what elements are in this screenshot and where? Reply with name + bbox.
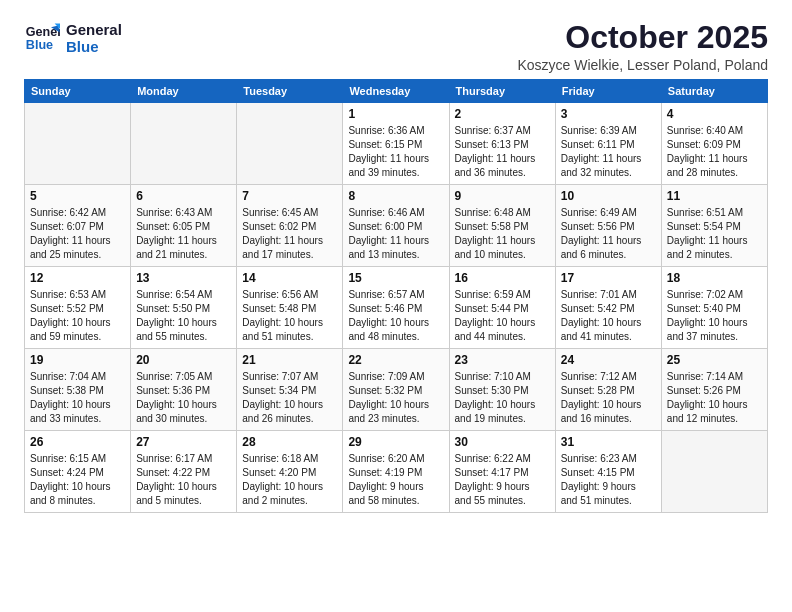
logo-line1: General xyxy=(66,21,122,38)
day-number: 29 xyxy=(348,435,443,449)
day-info: Sunrise: 6:56 AMSunset: 5:48 PMDaylight:… xyxy=(242,288,337,344)
calendar-cell: 4Sunrise: 6:40 AMSunset: 6:09 PMDaylight… xyxy=(661,103,767,185)
day-info: Sunrise: 6:51 AMSunset: 5:54 PMDaylight:… xyxy=(667,206,762,262)
calendar-cell: 29Sunrise: 6:20 AMSunset: 4:19 PMDayligh… xyxy=(343,431,449,513)
day-number: 27 xyxy=(136,435,231,449)
calendar-cell: 14Sunrise: 6:56 AMSunset: 5:48 PMDayligh… xyxy=(237,267,343,349)
weekday-header-sunday: Sunday xyxy=(25,80,131,103)
day-info: Sunrise: 6:36 AMSunset: 6:15 PMDaylight:… xyxy=(348,124,443,180)
week-row-2: 5Sunrise: 6:42 AMSunset: 6:07 PMDaylight… xyxy=(25,185,768,267)
day-number: 9 xyxy=(455,189,550,203)
calendar-cell xyxy=(131,103,237,185)
day-info: Sunrise: 6:46 AMSunset: 6:00 PMDaylight:… xyxy=(348,206,443,262)
calendar-cell: 6Sunrise: 6:43 AMSunset: 6:05 PMDaylight… xyxy=(131,185,237,267)
day-number: 1 xyxy=(348,107,443,121)
day-number: 6 xyxy=(136,189,231,203)
calendar-cell: 7Sunrise: 6:45 AMSunset: 6:02 PMDaylight… xyxy=(237,185,343,267)
week-row-3: 12Sunrise: 6:53 AMSunset: 5:52 PMDayligh… xyxy=(25,267,768,349)
calendar-cell xyxy=(237,103,343,185)
calendar-cell: 13Sunrise: 6:54 AMSunset: 5:50 PMDayligh… xyxy=(131,267,237,349)
calendar-cell: 22Sunrise: 7:09 AMSunset: 5:32 PMDayligh… xyxy=(343,349,449,431)
day-number: 31 xyxy=(561,435,656,449)
day-number: 3 xyxy=(561,107,656,121)
day-info: Sunrise: 7:12 AMSunset: 5:28 PMDaylight:… xyxy=(561,370,656,426)
day-info: Sunrise: 7:02 AMSunset: 5:40 PMDaylight:… xyxy=(667,288,762,344)
day-info: Sunrise: 6:48 AMSunset: 5:58 PMDaylight:… xyxy=(455,206,550,262)
calendar-cell: 5Sunrise: 6:42 AMSunset: 6:07 PMDaylight… xyxy=(25,185,131,267)
day-info: Sunrise: 6:17 AMSunset: 4:22 PMDaylight:… xyxy=(136,452,231,508)
day-number: 18 xyxy=(667,271,762,285)
day-info: Sunrise: 6:45 AMSunset: 6:02 PMDaylight:… xyxy=(242,206,337,262)
header: General Blue General Blue October 2025 K… xyxy=(24,20,768,73)
day-number: 11 xyxy=(667,189,762,203)
weekday-header-row: SundayMondayTuesdayWednesdayThursdayFrid… xyxy=(25,80,768,103)
day-number: 21 xyxy=(242,353,337,367)
day-info: Sunrise: 6:59 AMSunset: 5:44 PMDaylight:… xyxy=(455,288,550,344)
calendar-cell: 24Sunrise: 7:12 AMSunset: 5:28 PMDayligh… xyxy=(555,349,661,431)
calendar: SundayMondayTuesdayWednesdayThursdayFrid… xyxy=(24,79,768,513)
calendar-cell: 20Sunrise: 7:05 AMSunset: 5:36 PMDayligh… xyxy=(131,349,237,431)
calendar-cell: 10Sunrise: 6:49 AMSunset: 5:56 PMDayligh… xyxy=(555,185,661,267)
week-row-1: 1Sunrise: 6:36 AMSunset: 6:15 PMDaylight… xyxy=(25,103,768,185)
calendar-cell: 2Sunrise: 6:37 AMSunset: 6:13 PMDaylight… xyxy=(449,103,555,185)
day-info: Sunrise: 6:49 AMSunset: 5:56 PMDaylight:… xyxy=(561,206,656,262)
svg-text:Blue: Blue xyxy=(26,38,53,52)
day-number: 20 xyxy=(136,353,231,367)
weekday-header-tuesday: Tuesday xyxy=(237,80,343,103)
day-number: 14 xyxy=(242,271,337,285)
day-info: Sunrise: 7:01 AMSunset: 5:42 PMDaylight:… xyxy=(561,288,656,344)
calendar-cell: 1Sunrise: 6:36 AMSunset: 6:15 PMDaylight… xyxy=(343,103,449,185)
day-info: Sunrise: 7:04 AMSunset: 5:38 PMDaylight:… xyxy=(30,370,125,426)
day-number: 19 xyxy=(30,353,125,367)
calendar-cell: 9Sunrise: 6:48 AMSunset: 5:58 PMDaylight… xyxy=(449,185,555,267)
day-info: Sunrise: 6:37 AMSunset: 6:13 PMDaylight:… xyxy=(455,124,550,180)
day-number: 13 xyxy=(136,271,231,285)
day-info: Sunrise: 6:20 AMSunset: 4:19 PMDaylight:… xyxy=(348,452,443,508)
day-number: 30 xyxy=(455,435,550,449)
location-title: Koszyce Wielkie, Lesser Poland, Poland xyxy=(517,57,768,73)
day-number: 15 xyxy=(348,271,443,285)
weekday-header-monday: Monday xyxy=(131,80,237,103)
day-info: Sunrise: 6:54 AMSunset: 5:50 PMDaylight:… xyxy=(136,288,231,344)
calendar-cell: 8Sunrise: 6:46 AMSunset: 6:00 PMDaylight… xyxy=(343,185,449,267)
calendar-cell: 3Sunrise: 6:39 AMSunset: 6:11 PMDaylight… xyxy=(555,103,661,185)
calendar-cell: 11Sunrise: 6:51 AMSunset: 5:54 PMDayligh… xyxy=(661,185,767,267)
calendar-cell xyxy=(25,103,131,185)
calendar-cell: 30Sunrise: 6:22 AMSunset: 4:17 PMDayligh… xyxy=(449,431,555,513)
day-info: Sunrise: 7:10 AMSunset: 5:30 PMDaylight:… xyxy=(455,370,550,426)
day-info: Sunrise: 6:53 AMSunset: 5:52 PMDaylight:… xyxy=(30,288,125,344)
weekday-header-thursday: Thursday xyxy=(449,80,555,103)
day-info: Sunrise: 7:05 AMSunset: 5:36 PMDaylight:… xyxy=(136,370,231,426)
week-row-5: 26Sunrise: 6:15 AMSunset: 4:24 PMDayligh… xyxy=(25,431,768,513)
calendar-cell: 28Sunrise: 6:18 AMSunset: 4:20 PMDayligh… xyxy=(237,431,343,513)
day-info: Sunrise: 6:23 AMSunset: 4:15 PMDaylight:… xyxy=(561,452,656,508)
day-info: Sunrise: 7:09 AMSunset: 5:32 PMDaylight:… xyxy=(348,370,443,426)
day-info: Sunrise: 6:15 AMSunset: 4:24 PMDaylight:… xyxy=(30,452,125,508)
calendar-cell: 23Sunrise: 7:10 AMSunset: 5:30 PMDayligh… xyxy=(449,349,555,431)
month-title: October 2025 xyxy=(517,20,768,55)
calendar-cell: 19Sunrise: 7:04 AMSunset: 5:38 PMDayligh… xyxy=(25,349,131,431)
day-number: 10 xyxy=(561,189,656,203)
calendar-cell xyxy=(661,431,767,513)
day-number: 23 xyxy=(455,353,550,367)
weekday-header-wednesday: Wednesday xyxy=(343,80,449,103)
day-number: 2 xyxy=(455,107,550,121)
day-number: 28 xyxy=(242,435,337,449)
day-number: 16 xyxy=(455,271,550,285)
day-info: Sunrise: 6:43 AMSunset: 6:05 PMDaylight:… xyxy=(136,206,231,262)
calendar-cell: 18Sunrise: 7:02 AMSunset: 5:40 PMDayligh… xyxy=(661,267,767,349)
calendar-cell: 12Sunrise: 6:53 AMSunset: 5:52 PMDayligh… xyxy=(25,267,131,349)
calendar-cell: 31Sunrise: 6:23 AMSunset: 4:15 PMDayligh… xyxy=(555,431,661,513)
day-number: 26 xyxy=(30,435,125,449)
day-info: Sunrise: 7:07 AMSunset: 5:34 PMDaylight:… xyxy=(242,370,337,426)
calendar-cell: 15Sunrise: 6:57 AMSunset: 5:46 PMDayligh… xyxy=(343,267,449,349)
calendar-cell: 27Sunrise: 6:17 AMSunset: 4:22 PMDayligh… xyxy=(131,431,237,513)
day-info: Sunrise: 6:57 AMSunset: 5:46 PMDaylight:… xyxy=(348,288,443,344)
day-number: 4 xyxy=(667,107,762,121)
logo: General Blue General Blue xyxy=(24,20,122,56)
calendar-cell: 21Sunrise: 7:07 AMSunset: 5:34 PMDayligh… xyxy=(237,349,343,431)
day-number: 12 xyxy=(30,271,125,285)
day-number: 22 xyxy=(348,353,443,367)
day-info: Sunrise: 6:39 AMSunset: 6:11 PMDaylight:… xyxy=(561,124,656,180)
day-info: Sunrise: 6:40 AMSunset: 6:09 PMDaylight:… xyxy=(667,124,762,180)
